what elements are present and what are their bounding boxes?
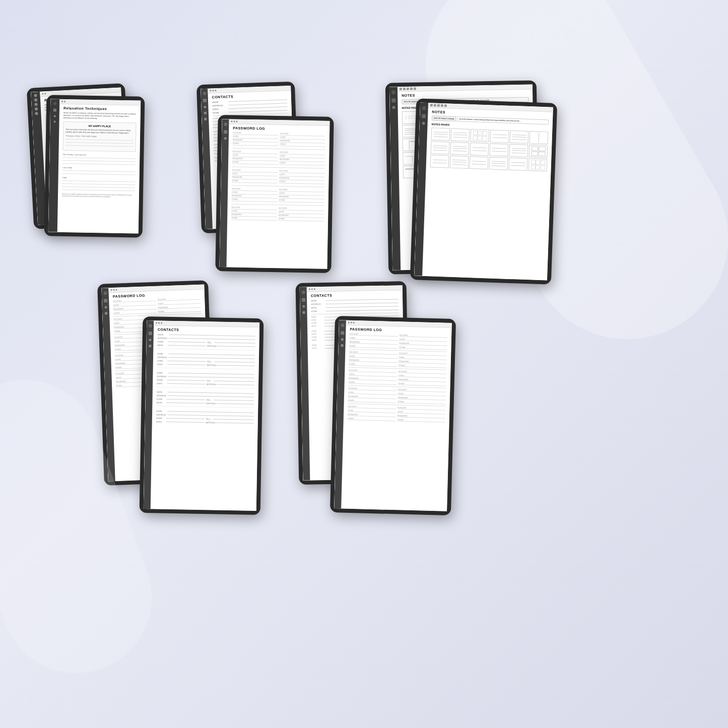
sidebar-icon: [204, 118, 207, 120]
writing-line: [65, 139, 134, 141]
pwd-col: ACCOUNT LOGIN PASSWORD OTHER: [280, 133, 325, 148]
toolbar-icon: [403, 88, 406, 90]
nav-dot: [158, 322, 160, 323]
toolbar-icon: [400, 88, 402, 90]
tablet-relaxation-front: Relaxation Techniques Stress can affect …: [44, 95, 145, 237]
pwd-g4: ACCOUNT ACCOUNT LOGIN LOGIN PASSWORD PAS…: [348, 387, 446, 405]
sidebar-icon: [391, 98, 395, 102]
tab-b: Work-life balance: Harmonizing professio…: [457, 116, 549, 124]
pwd-col: ACCOUNT LOGIN PASSWORD OTHER: [279, 188, 324, 204]
sidebar-icon: [149, 339, 151, 341]
sidebar-icon: [341, 323, 344, 327]
sidebar-icon: [302, 305, 305, 308]
sidebar-icon: [54, 115, 56, 117]
nt6: [529, 131, 548, 144]
sidebar-icon: [341, 331, 344, 335]
writing-line: [62, 183, 135, 185]
divider: [232, 204, 324, 206]
tab-a: Work-life balance strategy: [432, 115, 456, 121]
address-label: ADDRESS: [212, 104, 226, 107]
nt3: [470, 129, 489, 142]
sidebar-icon: [103, 291, 107, 295]
relax-intro: Stress can affect our physical, mental, …: [63, 112, 137, 120]
sidebar-icon: [204, 112, 206, 114]
scene: Relaxation Techniques Stress can affect …: [0, 0, 728, 728]
nav-dot: [64, 101, 65, 102]
contact-entry: NAME ADDRESS HOME: [157, 371, 255, 388]
writing-line: [62, 170, 136, 172]
nav-dot: [212, 90, 214, 91]
top-bar: [307, 285, 403, 292]
pwd-title-br: PASSWORD LOG: [350, 327, 447, 334]
toolbar-icon: [430, 104, 433, 106]
sidebar-dot: [35, 112, 38, 115]
sidebar-icon: [422, 106, 426, 110]
nt5: [509, 130, 528, 144]
password-grid-3: ACCOUNT LOGIN PASSWORD OTHER ACCOUNT LOG…: [232, 169, 324, 185]
address-line: [228, 103, 287, 105]
notes-title: NOTES: [402, 92, 528, 97]
nt7: [431, 141, 450, 154]
pwd-g3: ACCOUNT ACCOUNT LOGIN LOGIN PASSWORD PAS…: [349, 369, 447, 386]
pwd-col: ACCOUNT LOGIN PASSWORD OTHER: [279, 207, 324, 222]
nt16: [489, 157, 508, 170]
writing-line: [65, 145, 134, 147]
home-line: [229, 110, 288, 112]
sidebar-dot: [34, 94, 37, 97]
top-bar: [154, 320, 259, 327]
pwd-col: ACCOUNT LOGIN PASSWORD OTHER: [232, 188, 278, 203]
sidebar-icon: [105, 312, 107, 314]
top-bar: [229, 119, 329, 125]
divider: [233, 148, 325, 150]
sidebar-icon: [301, 291, 305, 294]
writing-line: [62, 160, 136, 162]
writing-line: [62, 189, 135, 191]
top-bar: [346, 320, 452, 327]
nav-dot: [115, 289, 117, 291]
sidebar-icon: [204, 106, 206, 108]
writing-line: [65, 142, 134, 144]
tablet-password-center: PASSWORD LOG ACCOUNT LOGIN PASSWORD OTHE…: [215, 115, 334, 273]
pwd-col: ACCOUNT LOGIN PASSWORD OTHER: [231, 207, 277, 222]
nav-dot: [210, 90, 211, 91]
nav-dot: [61, 101, 63, 102]
sidebar-icon: [422, 122, 425, 125]
divider: [311, 312, 399, 314]
toolbar-icon: [434, 104, 436, 106]
nav-dot: [233, 121, 235, 122]
sidebar-icon: [224, 137, 226, 140]
nt15: [470, 156, 489, 169]
pwd-g2: ACCOUNT ACCOUNT LOGIN LOGIN PASSWORD PAS…: [349, 351, 447, 368]
other-label: OTHER: [280, 143, 325, 147]
top-bar: [398, 85, 533, 92]
nt4: [490, 129, 509, 143]
nt13: [430, 155, 449, 168]
nav-dot: [231, 120, 232, 122]
nav-dot: [110, 289, 112, 291]
other-label: OTHER: [233, 143, 279, 147]
page-title: Relaxation Techniques: [63, 106, 137, 111]
writing-line: [62, 157, 136, 159]
divider: [232, 185, 324, 187]
password-grid-2: ACCOUNT LOGIN PASSWORD OTHER ACCOUNT LOG…: [232, 151, 325, 166]
pwd-col: ACCOUNT LOGIN PASSWORD OTHER: [279, 151, 325, 166]
contacts-title-bottom: CONTACTS: [158, 327, 255, 333]
pwd-col: ACCOUNT LOGIN PASSWORD OTHER: [279, 170, 325, 185]
pwd-grid: ACCOUNT ACCOUNT LOGIN LOGIN PASSWORD PAS…: [113, 297, 201, 315]
nav-dot: [314, 288, 315, 290]
tablet-pwd-bottom-right-front: PASSWORD LOG ACCOUNT ACCOUNT LOGIN LOGIN…: [330, 316, 456, 515]
notes-grid-2: [430, 127, 549, 171]
email-label: EMAIL: [213, 107, 227, 110]
happy-place-subtitle: MY HAPPY PLACE: [65, 124, 134, 128]
sidebar-icon: [341, 338, 343, 341]
writing-line: [62, 173, 136, 175]
password-log-title: PASSWORD LOG: [233, 126, 325, 131]
sidebar-dot: [34, 103, 37, 106]
pwd-g5: ACCOUNT ACCOUNT LOGIN LOGIN PASSWORD PAS…: [348, 406, 446, 423]
contacts-title: CONTACTS: [212, 93, 287, 99]
toolbar-icon: [441, 104, 443, 107]
sidebar-icon: [53, 121, 55, 123]
sidebar-icon: [203, 99, 206, 102]
nav-dot: [215, 90, 216, 91]
nt2: [450, 128, 470, 142]
